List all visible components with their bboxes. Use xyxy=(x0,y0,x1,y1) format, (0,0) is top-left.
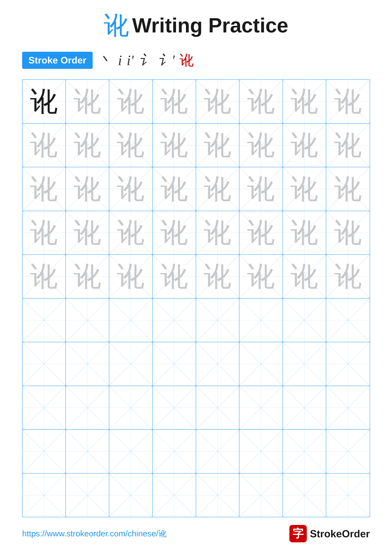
stroke-2: i xyxy=(118,52,122,68)
grid-cell-6-1[interactable] xyxy=(22,299,66,342)
grid-cell-1-6[interactable]: 讹 xyxy=(239,80,283,123)
grid-cell-8-6[interactable] xyxy=(239,386,283,430)
grid-cell-2-1[interactable]: 讹 xyxy=(22,124,66,167)
svg-line-109 xyxy=(283,342,326,386)
grid-cell-10-8[interactable] xyxy=(326,474,370,517)
svg-line-85 xyxy=(109,299,152,342)
svg-line-88 xyxy=(196,299,239,342)
grid-cell-3-7[interactable]: 讹 xyxy=(283,167,326,211)
grid-cell-3-6[interactable]: 讹 xyxy=(239,167,283,211)
grid-cell-10-2[interactable] xyxy=(66,474,109,517)
grid-cell-4-7[interactable]: 讹 xyxy=(283,211,326,255)
svg-line-111 xyxy=(326,342,370,386)
title-chinese-char: 讹 xyxy=(104,13,129,38)
grid-cell-4-6[interactable]: 讹 xyxy=(239,211,283,255)
grid-cell-9-4[interactable] xyxy=(153,430,196,473)
grid-cell-6-3[interactable] xyxy=(109,299,153,342)
svg-line-84 xyxy=(109,299,152,342)
grid-cell-3-5[interactable]: 讹 xyxy=(196,167,240,211)
grid-cell-8-1[interactable] xyxy=(22,386,66,430)
grid-cell-4-3[interactable]: 讹 xyxy=(109,211,153,255)
grid-cell-5-1[interactable]: 讹 xyxy=(22,255,66,298)
grid-cell-3-4[interactable]: 讹 xyxy=(153,167,196,211)
grid-cell-1-5[interactable]: 讹 xyxy=(196,80,240,123)
grid-cell-4-5[interactable]: 讹 xyxy=(196,211,240,255)
grid-cell-2-4[interactable]: 讹 xyxy=(153,124,196,167)
grid-cell-5-4[interactable]: 讹 xyxy=(153,255,196,298)
grid-cell-8-4[interactable] xyxy=(153,386,196,430)
grid-cell-2-8[interactable]: 讹 xyxy=(326,124,370,167)
grid-cell-6-2[interactable] xyxy=(66,299,109,342)
grid-cell-6-7[interactable] xyxy=(283,299,326,342)
grid-cell-10-4[interactable] xyxy=(153,474,196,517)
grid-cell-7-4[interactable] xyxy=(153,342,196,386)
grid-cell-5-6[interactable]: 讹 xyxy=(239,255,283,298)
grid-cell-10-3[interactable] xyxy=(109,474,153,517)
grid-cell-1-7[interactable]: 讹 xyxy=(283,80,326,123)
grid-cell-9-3[interactable] xyxy=(109,430,153,473)
grid-cell-6-4[interactable] xyxy=(153,299,196,342)
grid-cell-4-8[interactable]: 讹 xyxy=(326,211,370,255)
grid-cell-10-7[interactable] xyxy=(283,474,326,517)
svg-line-119 xyxy=(153,386,196,430)
grid-cell-9-2[interactable] xyxy=(66,430,109,473)
grid-cell-6-6[interactable] xyxy=(239,299,283,342)
svg-line-116 xyxy=(109,386,152,430)
grid-cell-2-5[interactable]: 讹 xyxy=(196,124,240,167)
grid-cell-3-3[interactable]: 讹 xyxy=(109,167,153,211)
grid-cell-2-2[interactable]: 讹 xyxy=(66,124,109,167)
grid-cell-2-6[interactable]: 讹 xyxy=(239,124,283,167)
char-light-1-7: 讹 xyxy=(291,88,318,115)
grid-cell-1-1[interactable]: 讹 xyxy=(22,80,66,123)
svg-line-127 xyxy=(326,386,370,430)
grid-cell-7-7[interactable] xyxy=(283,342,326,386)
grid-cell-7-3[interactable] xyxy=(109,342,153,386)
grid-cell-4-4[interactable]: 讹 xyxy=(153,211,196,255)
grid-cell-7-8[interactable] xyxy=(326,342,370,386)
svg-line-145 xyxy=(22,474,66,517)
grid-cell-10-1[interactable] xyxy=(22,474,66,517)
grid-cell-1-4[interactable]: 讹 xyxy=(153,80,196,123)
grid-cell-5-5[interactable]: 讹 xyxy=(196,255,240,298)
grid-cell-1-8[interactable]: 讹 xyxy=(326,80,370,123)
grid-cell-4-1[interactable]: 讹 xyxy=(22,211,66,255)
grid-cell-2-3[interactable]: 讹 xyxy=(109,124,153,167)
grid-cell-7-1[interactable] xyxy=(22,342,66,386)
grid-cell-9-6[interactable] xyxy=(239,430,283,473)
grid-cell-9-5[interactable] xyxy=(196,430,240,473)
grid-cell-5-3[interactable]: 讹 xyxy=(109,255,153,298)
footer-url[interactable]: https://www.strokeorder.com/chinese/讹 xyxy=(22,528,166,539)
svg-line-122 xyxy=(239,386,283,430)
grid-cell-10-5[interactable] xyxy=(196,474,240,517)
grid-cell-1-3[interactable]: 讹 xyxy=(109,80,153,123)
grid-cell-7-5[interactable] xyxy=(196,342,240,386)
grid-cell-9-8[interactable] xyxy=(326,430,370,473)
grid-row-3: 讹 讹 讹 讹 讹 讹 讹 讹 xyxy=(22,167,370,211)
grid-cell-7-6[interactable] xyxy=(239,342,283,386)
svg-line-129 xyxy=(22,430,66,473)
svg-line-159 xyxy=(326,474,370,517)
grid-cell-1-2[interactable]: 讹 xyxy=(66,80,109,123)
grid-cell-7-2[interactable] xyxy=(66,342,109,386)
grid-cell-6-5[interactable] xyxy=(196,299,240,342)
grid-cell-5-2[interactable]: 讹 xyxy=(66,255,109,298)
grid-cell-5-8[interactable]: 讹 xyxy=(326,255,370,298)
grid-cell-8-8[interactable] xyxy=(326,386,370,430)
grid-cell-3-2[interactable]: 讹 xyxy=(66,167,109,211)
stroke-1: 丶 xyxy=(99,51,113,70)
grid-cell-9-7[interactable] xyxy=(283,430,326,473)
svg-line-143 xyxy=(326,430,370,473)
grid-cell-8-3[interactable] xyxy=(109,386,153,430)
grid-cell-3-1[interactable]: 讹 xyxy=(22,167,66,211)
grid-cell-3-8[interactable]: 讹 xyxy=(326,167,370,211)
grid-cell-6-8[interactable] xyxy=(326,299,370,342)
grid-cell-8-5[interactable] xyxy=(196,386,240,430)
grid-cell-8-2[interactable] xyxy=(66,386,109,430)
grid-cell-4-2[interactable]: 讹 xyxy=(66,211,109,255)
grid-cell-5-7[interactable]: 讹 xyxy=(283,255,326,298)
grid-cell-9-1[interactable] xyxy=(22,430,66,473)
grid-row-1: 讹 讹 讹 讹 xyxy=(22,80,370,124)
grid-cell-2-7[interactable]: 讹 xyxy=(283,124,326,167)
grid-cell-10-6[interactable] xyxy=(239,474,283,517)
grid-cell-8-7[interactable] xyxy=(283,386,326,430)
